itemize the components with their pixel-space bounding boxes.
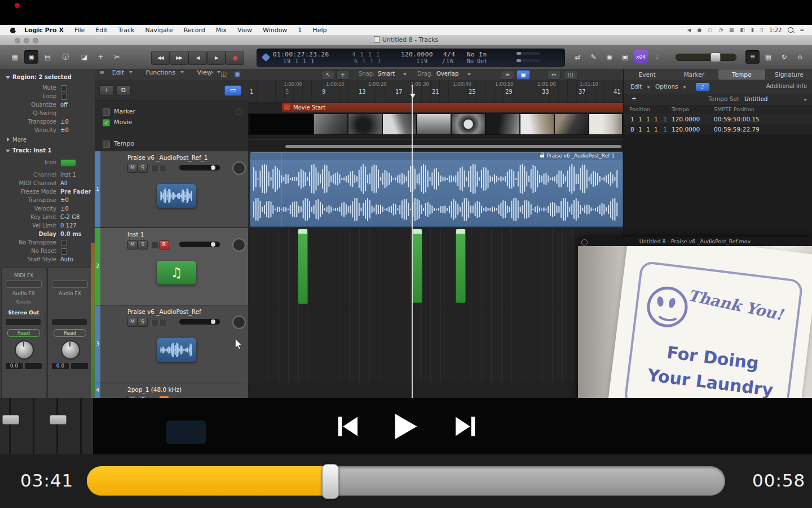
add-tempo-button[interactable]: + [632, 95, 637, 102]
menu-item-edit[interactable]: Edit [95, 27, 107, 34]
next-button[interactable] [456, 417, 477, 436]
menu-item-navigate[interactable]: Navigate [145, 27, 173, 34]
track-icon-button[interactable] [60, 159, 76, 167]
solo-button[interactable]: S [138, 240, 148, 249]
output-label[interactable]: Stereo Out [2, 310, 46, 316]
grid-view-button[interactable]: ▣ [517, 70, 530, 80]
menu-item-file[interactable]: File [74, 27, 85, 34]
group-slot[interactable] [52, 319, 87, 325]
stop-button[interactable]: ◀ [188, 51, 207, 65]
master-volume-slider[interactable] [676, 54, 736, 61]
global-track-movie[interactable]: ✓ Movie [95, 117, 248, 128]
region-row-loop[interactable]: Loop [0, 92, 95, 100]
track-row-channel[interactable]: ChannelInst 1 [0, 170, 95, 179]
midi-region[interactable] [412, 229, 422, 303]
note-pads-button[interactable]: ▦ [761, 50, 775, 64]
notification-center-icon[interactable]: ≡ [800, 27, 804, 33]
automation-mode-button[interactable]: Read [54, 329, 86, 337]
drag-value[interactable]: Overlap [436, 71, 458, 77]
track-zoom-preset-button[interactable]: ▭ [224, 85, 241, 96]
h-zoom-slider[interactable]: ↔ [547, 70, 561, 80]
track-lane-4[interactable] [248, 383, 623, 398]
midi-view-button[interactable]: ≡ [501, 70, 514, 80]
volume-slider-thumb[interactable] [710, 52, 721, 62]
edit-menu[interactable]: Edit [112, 69, 124, 76]
region-row-transpose[interactable]: Transpose±0 [0, 117, 95, 126]
track-row-freezemode[interactable]: Freeze ModePre Fader [0, 187, 95, 196]
timeline-ruler[interactable]: 1:00:00 1:00:10 1:00:20 1:00:30 1:00:40 … [248, 80, 623, 102]
mute-checkbox[interactable] [61, 85, 67, 91]
movie-start-marker[interactable]: Movie Start [282, 103, 623, 112]
track-header-4[interactable]: 4 2pop_1 (48.0 kHz) M S [95, 383, 248, 398]
tempo-row[interactable]: 8 1 1 1 1 120.0000 00:59:59:22.79 [624, 124, 812, 134]
loop-checkbox[interactable] [61, 94, 67, 100]
tab-marker[interactable]: Marker [670, 69, 717, 80]
global-track-marker[interactable]: Marker [95, 106, 248, 117]
midi-fx-label[interactable]: MIDI FX [2, 273, 46, 278]
region-row-qswing[interactable]: Q-Swing [0, 109, 95, 117]
menu-item-track[interactable]: Track [118, 27, 135, 34]
automation-mode-button[interactable]: Read [7, 329, 40, 337]
replace-button[interactable]: ◉ [602, 50, 616, 64]
tempo-icon[interactable] [103, 141, 110, 148]
status-icon-3[interactable]: ◔ [718, 27, 723, 33]
menu-item-mix[interactable]: Mix [216, 27, 227, 34]
metronome-button[interactable]: ♩ [650, 50, 664, 64]
record-button[interactable]: ● [226, 51, 244, 65]
menu-item-app[interactable]: Logic Pro X [24, 27, 64, 34]
seek-handle[interactable] [322, 464, 339, 499]
horizontal-scrollbar[interactable] [285, 145, 621, 148]
status-icon-0[interactable]: ◀ [687, 27, 691, 33]
input-monitor-button[interactable] [151, 242, 158, 249]
track-row-midichannel[interactable]: MIDI ChannelAll [0, 179, 95, 187]
track-name[interactable]: Praise v6 _AudioPost_Ref [127, 308, 201, 315]
split-button[interactable]: ✂ [110, 50, 124, 64]
effect-slot-button[interactable] [52, 281, 88, 288]
pencil-button[interactable]: ✎ [586, 50, 601, 64]
menu-item-record[interactable]: Record [184, 27, 205, 34]
zoom-scroller[interactable] [91, 243, 95, 398]
mode-button[interactable]: x04 [634, 50, 648, 64]
solo-button[interactable]: S [138, 164, 148, 173]
track-volume-slider[interactable] [179, 165, 220, 170]
hamburger-icon[interactable]: ≡ [99, 69, 104, 76]
playhead[interactable] [412, 85, 413, 398]
menu-item-help[interactable]: Help [312, 27, 326, 34]
audio-region[interactable]: Praise v6 _AudioPost_Ref 1 [250, 152, 623, 227]
status-icon-1[interactable]: ● [697, 27, 701, 33]
marker-mute-icon[interactable] [103, 108, 110, 116]
movie-track-lane[interactable] [248, 113, 623, 135]
tab-event[interactable]: Event [624, 69, 670, 80]
inspector-button[interactable]: ◉ [24, 50, 38, 64]
region-row-velocity[interactable]: Velocity±0 [0, 126, 95, 134]
track-row-transpose[interactable]: Transpose±0 [0, 196, 95, 204]
movie-window[interactable]: Untitled 8 - Praise v6 _AudioPost_Ref.mo… [578, 237, 812, 401]
midi-region[interactable] [298, 229, 308, 304]
mute-button[interactable]: M [127, 318, 138, 327]
tempo-set-value[interactable]: Untitled [744, 95, 768, 102]
cycle-button[interactable]: ⇄ [571, 50, 585, 64]
track-row-notranspose[interactable]: No Transpose [0, 238, 95, 247]
media-browser-button[interactable]: ⌂ [793, 50, 807, 64]
track-name[interactable]: 2pop_1 (48.0 kHz) [127, 386, 182, 393]
spotlight-icon[interactable] [788, 27, 793, 33]
no-transpose-checkbox[interactable] [61, 240, 67, 246]
track-name[interactable]: Praise v6 _AudioPost_Ref_1 [127, 154, 208, 161]
loop-browser-button[interactable]: ↻ [777, 50, 791, 64]
track-lane-3[interactable] [248, 305, 623, 383]
close-icon[interactable] [581, 239, 588, 246]
play-button[interactable] [395, 414, 417, 439]
pointer-tool-button[interactable]: ↖ [321, 70, 335, 80]
forward-button[interactable]: ▶▶ [170, 51, 188, 65]
track-header-2[interactable]: 2 Inst 1 M S R ♫ [95, 228, 248, 305]
audio-fx-label[interactable]: Audio FX [48, 291, 92, 296]
additional-info-button[interactable]: Additional Info [766, 83, 807, 89]
library-button[interactable]: ▦ [8, 50, 22, 64]
tab-signature[interactable]: Signature [766, 69, 812, 80]
pan-knob[interactable] [61, 340, 80, 360]
rewind-button[interactable]: ◀◀ [151, 51, 170, 65]
global-track-tempo[interactable]: Tempo [95, 138, 248, 149]
catch-icon[interactable]: ◫ [221, 70, 227, 77]
movie-check-icon[interactable]: ✓ [103, 119, 110, 126]
region-row-quantize[interactable]: Quantizeoff [0, 100, 95, 109]
